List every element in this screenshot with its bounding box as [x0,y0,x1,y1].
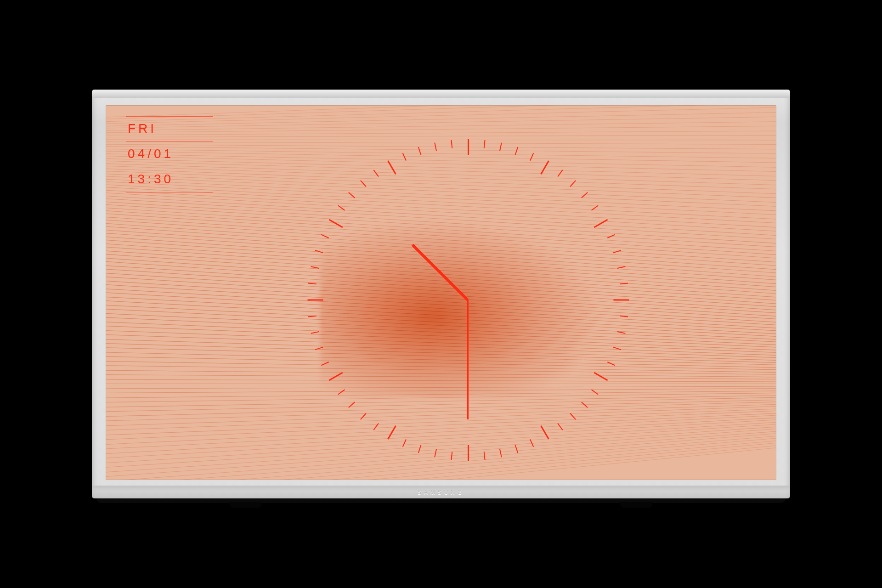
tv-foot-left [230,502,262,508]
clock-tick [373,170,379,177]
clock-tick [515,147,518,155]
clock-tick-hour [308,300,323,301]
clock-tick [360,413,367,420]
clock-minute-hand [467,300,469,419]
brand-label: SAMSUNG [92,489,790,496]
tv-foot-right [620,502,652,508]
clock-tick [620,316,628,317]
tv-frame: FRI 04/01 13:30 SAMSUNG [92,90,790,498]
clock-tick [620,283,628,285]
overlay-date: 04/01 [126,142,213,167]
clock-tick-hour [614,300,629,301]
overlay-day: FRI [126,117,213,141]
tv-screen: FRI 04/01 13:30 [106,105,776,480]
overlay-time: 13:30 [126,167,213,192]
tv-base [96,497,786,503]
datetime-overlay: FRI 04/01 13:30 [126,116,213,192]
clock-tick [451,140,453,148]
clock-tick-hour [468,139,469,155]
clock-tick [308,316,317,317]
clock-tick [515,445,518,453]
clock-tick-hour [468,445,469,461]
clock-tick [418,147,421,155]
clock-tick [499,449,502,458]
clock-tick [418,445,421,453]
wave-core [320,218,602,398]
clock-tick [308,283,317,285]
